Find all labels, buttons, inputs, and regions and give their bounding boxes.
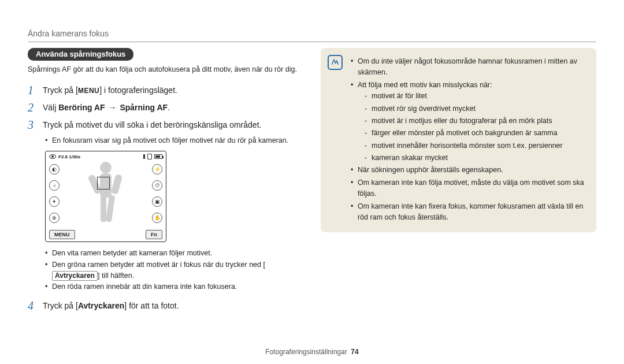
battery-icon bbox=[154, 154, 162, 159]
step-number: 4 bbox=[28, 299, 43, 313]
focus-frame bbox=[97, 177, 110, 190]
note-icon bbox=[328, 55, 343, 70]
list-item: motivet rör sig överdrivet mycket bbox=[365, 103, 587, 114]
menu-glyph: MENU bbox=[78, 86, 99, 96]
breadcrumb: Ändra kamerans fokus bbox=[28, 29, 596, 42]
manual-page: Ändra kamerans fokus Använda spårningsfo… bbox=[0, 0, 624, 364]
step-body: Välj Beröring AF → Spårning AF. bbox=[43, 101, 170, 114]
list-item: Att följa med ett motiv kan misslyckas n… bbox=[351, 80, 587, 164]
signal-bar-icon bbox=[143, 154, 145, 159]
list-item: motivet innehåller horisontella mönster … bbox=[365, 140, 587, 151]
list-item: Den gröna ramen betyder att motivet är i… bbox=[45, 259, 303, 282]
page-footer: Fotograferingsinställningar 74 bbox=[0, 348, 624, 356]
step-body: Tryck på motivet du vill söka i det berö… bbox=[43, 118, 261, 131]
page-number: 74 bbox=[351, 348, 358, 356]
list-text: Den gröna ramen betyder att motivet är i… bbox=[52, 261, 265, 269]
list-item: När sökningen upphör återställs egenskap… bbox=[351, 165, 587, 176]
list-item: Den röda ramen innebär att din kamera in… bbox=[45, 281, 303, 292]
circle-icon: ☼ bbox=[49, 180, 60, 191]
right-column: Om du inte väljer något fokusområde hamn… bbox=[321, 48, 596, 316]
sd-icon bbox=[147, 154, 152, 159]
list-item: Om kameran inte kan följa motivet, måste… bbox=[351, 177, 587, 200]
step-text: ] för att ta fotot. bbox=[124, 301, 179, 310]
note-sublist: motivet är för litet motivet rör sig öve… bbox=[365, 91, 587, 164]
subject-silhouette bbox=[80, 159, 132, 229]
list-item: Om kameran inte kan fixera fokus, kommer… bbox=[351, 201, 587, 224]
header-rule: Ändra kamerans fokus bbox=[28, 29, 596, 42]
step-body: Tryck på [MENU] i fotograferingsläget. bbox=[43, 83, 177, 96]
mode-icon bbox=[49, 154, 56, 159]
frame-color-legend: Den vita ramen betyder att kameran följe… bbox=[45, 248, 303, 293]
step-text: . bbox=[168, 103, 170, 112]
list-text: ] till hälften. bbox=[98, 272, 134, 280]
circle-icon: ◐ bbox=[49, 164, 60, 174]
list-item: Den vita ramen betyder att kameran följe… bbox=[45, 248, 303, 259]
step-text: Välj bbox=[43, 103, 58, 112]
step-text: Tryck på [ bbox=[43, 86, 78, 95]
step-bold: Beröring AF bbox=[58, 103, 105, 112]
stabilizer-icon: ✋ bbox=[152, 213, 162, 223]
screen-topbar: F2.8 1/30s bbox=[49, 154, 162, 159]
note-list: Om du inte väljer något fokusområde hamn… bbox=[351, 56, 587, 223]
svg-point-0 bbox=[100, 162, 112, 173]
screen-left-icons: ◐ ☼ ✦ ⊕ bbox=[49, 164, 60, 223]
step-3: 3 Tryck på motivet du vill söka i det be… bbox=[28, 118, 303, 132]
svg-rect-5 bbox=[106, 195, 115, 222]
svg-rect-4 bbox=[101, 195, 106, 222]
step-number: 2 bbox=[28, 101, 43, 114]
step-number: 3 bbox=[28, 118, 43, 132]
list-item: kameran skakar mycket bbox=[365, 153, 587, 164]
circle-icon: ⊕ bbox=[49, 213, 60, 223]
screen-fn-button: Fn bbox=[146, 230, 162, 239]
left-column: Använda spårningsfokus Spårnings AF gör … bbox=[28, 48, 303, 316]
exposure-icon: ▣ bbox=[152, 196, 162, 207]
list-item: motivet är för litet bbox=[365, 91, 587, 102]
camera-screen-figure: F2.8 1/30s ◐ ☼ ✦ ⊕ bbox=[45, 151, 303, 242]
screen-menu-button: MENU bbox=[49, 230, 75, 239]
footer-section: Fotograferingsinställningar bbox=[265, 348, 347, 356]
topbar-left: F2.8 1/30s bbox=[49, 154, 80, 159]
step-text: ] i fotograferingsläget. bbox=[99, 86, 177, 95]
camera-screen: F2.8 1/30s ◐ ☼ ✦ ⊕ bbox=[45, 151, 166, 242]
step-3-sublist: En fokusram visar sig på motivet och föl… bbox=[45, 135, 303, 146]
step-4: 4 Tryck på [Avtryckaren] för att ta foto… bbox=[28, 299, 303, 313]
step-bold: Spårning AF bbox=[120, 103, 168, 112]
flash-icon: ⚡ bbox=[152, 164, 162, 174]
svg-rect-3 bbox=[111, 174, 122, 195]
two-column-layout: Använda spårningsfokus Spårnings AF gör … bbox=[28, 48, 596, 316]
screen-bottom: MENU Fn bbox=[49, 230, 162, 239]
arrow-icon: → bbox=[107, 103, 118, 112]
step-body: Tryck på [Avtryckaren] för att ta fotot. bbox=[43, 299, 179, 312]
screen-right-icons: ⚡ ⏱ ▣ ✋ bbox=[152, 164, 162, 223]
list-item: Om du inte väljer något fokusområde hamn… bbox=[351, 56, 587, 79]
list-item: En fokusram visar sig på motivet och föl… bbox=[45, 135, 303, 146]
exposure-readout: F2.8 1/30s bbox=[58, 154, 80, 159]
shutter-label: Avtryckaren bbox=[52, 271, 98, 281]
topbar-right bbox=[143, 154, 162, 159]
step-number: 1 bbox=[28, 83, 43, 97]
list-text: Att följa med ett motiv kan misslyckas n… bbox=[358, 81, 492, 89]
shutter-bold: Avtryckaren bbox=[78, 301, 124, 310]
list-item: motivet är i motljus eller du fotografer… bbox=[365, 116, 587, 127]
timer-icon: ⏱ bbox=[152, 180, 162, 191]
step-2: 2 Välj Beröring AF → Spårning AF. bbox=[28, 101, 303, 114]
list-item: färger eller mönster på motivet och bakg… bbox=[365, 128, 587, 139]
note-box: Om du inte väljer något fokusområde hamn… bbox=[321, 48, 596, 232]
circle-icon: ✦ bbox=[49, 196, 60, 207]
section-badge: Använda spårningsfokus bbox=[28, 48, 133, 61]
step-1: 1 Tryck på [MENU] i fotograferingsläget. bbox=[28, 83, 303, 97]
section-intro: Spårnings AF gör att du kan följa och au… bbox=[28, 64, 303, 75]
step-text: Tryck på [ bbox=[43, 301, 78, 310]
